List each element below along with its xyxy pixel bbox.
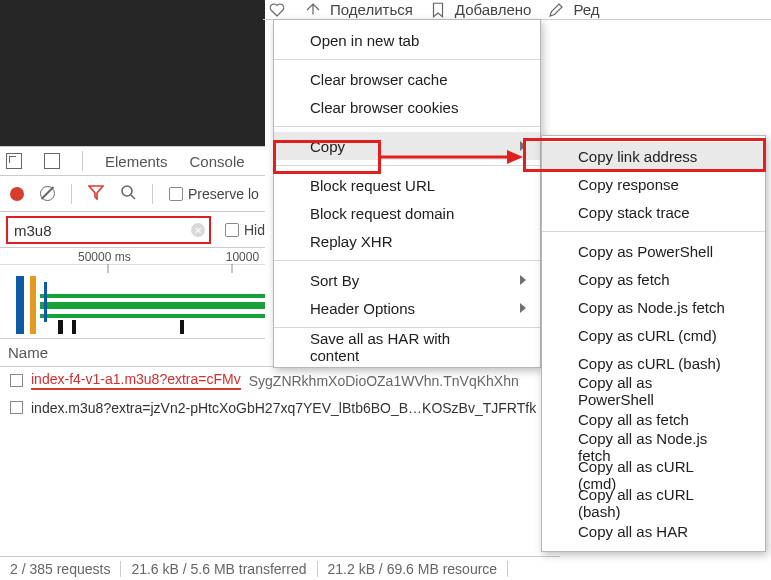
clear-icon[interactable] (40, 186, 55, 201)
devtools-tabbar: Elements Console (0, 146, 265, 176)
checkbox-icon (225, 223, 239, 237)
heart-button[interactable] (266, 1, 288, 19)
menu-copy-all-har[interactable]: Copy all as HAR (542, 517, 765, 545)
file-icon (10, 401, 23, 414)
menu-copy-as-powershell[interactable]: Copy as PowerShell (542, 237, 765, 265)
page-top-toolbar: Поделиться Добавлено Ред (263, 0, 771, 20)
separator (542, 231, 765, 232)
menu-copy-as-fetch[interactable]: Copy as fetch (542, 265, 765, 293)
svg-rect-9 (40, 314, 265, 318)
svg-rect-6 (30, 276, 36, 334)
pencil-icon (545, 1, 567, 19)
context-menu: Open in new tab Clear browser cache Clea… (273, 19, 541, 368)
filter-icon[interactable] (88, 184, 104, 203)
svg-point-0 (122, 186, 132, 196)
network-timeline[interactable]: 50000 ms 10000 (0, 247, 265, 339)
menu-copy-as-node[interactable]: Copy as Node.js fetch (542, 293, 765, 321)
file-icon (10, 374, 23, 387)
added-label: Добавлено (455, 1, 532, 18)
separator (274, 260, 540, 261)
request-row[interactable]: index-f4-v1-a1.m3u8?extra=cFMvSygZNRkhmX… (0, 367, 560, 394)
timeline-chart (0, 264, 265, 338)
separator (274, 126, 540, 127)
preserve-label: Preserve lo (188, 186, 259, 202)
menu-copy[interactable]: Copy (274, 132, 540, 160)
menu-copy-as-curl-cmd[interactable]: Copy as cURL (cmd) (542, 321, 765, 349)
menu-clear-cookies[interactable]: Clear browser cookies (274, 93, 540, 121)
request-list: index-f4-v1-a1.m3u8?extra=cFMvSygZNRkhmX… (0, 367, 560, 421)
device-toggle-icon[interactable] (44, 153, 60, 169)
edit-label: Ред (573, 1, 599, 18)
menu-copy-all-curl-cmd[interactable]: Copy all as cURL (cmd) (542, 461, 765, 489)
page-dark-area (0, 0, 265, 146)
inspect-icon[interactable] (6, 153, 22, 169)
tab-elements[interactable]: Elements (105, 153, 168, 170)
separator (274, 327, 540, 328)
separator (274, 59, 540, 60)
request-name: index-f4-v1-a1.m3u8?extra=cFMv (31, 371, 241, 390)
svg-rect-11 (58, 320, 63, 334)
menu-block-domain[interactable]: Block request domain (274, 199, 540, 227)
share-icon (302, 1, 324, 19)
record-icon[interactable] (10, 187, 24, 201)
share-label: Поделиться (330, 1, 413, 18)
tab-console[interactable]: Console (190, 153, 245, 170)
filter-row: ✕ Hid (0, 213, 265, 247)
menu-copy-response[interactable]: Copy response (542, 170, 765, 198)
menu-copy-all-node[interactable]: Copy all as Node.js fetch (542, 433, 765, 461)
network-toolbar: Preserve lo (0, 176, 265, 212)
menu-copy-link[interactable]: Copy link address (542, 142, 765, 170)
status-requests: 2 / 385 requests (0, 561, 121, 577)
status-bar: 2 / 385 requests 21.6 kB / 5.6 MB transf… (0, 556, 560, 580)
clear-filter-icon[interactable]: ✕ (191, 223, 205, 237)
menu-header-options[interactable]: Header Options (274, 294, 540, 322)
menu-copy-stack[interactable]: Copy stack trace (542, 198, 765, 226)
timeline-tick-2: 10000 (226, 250, 259, 264)
menu-sort-by[interactable]: Sort By (274, 266, 540, 294)
checkbox-icon (169, 187, 183, 201)
svg-rect-12 (72, 320, 76, 334)
svg-rect-8 (40, 302, 265, 309)
menu-copy-all-powershell[interactable]: Copy all as PowerShell (542, 377, 765, 405)
menu-replay-xhr[interactable]: Replay XHR (274, 227, 540, 255)
copy-submenu: Copy link address Copy response Copy sta… (541, 135, 766, 552)
preserve-log-checkbox[interactable]: Preserve lo (169, 186, 259, 202)
menu-copy-all-curl-bash[interactable]: Copy all as cURL (bash) (542, 489, 765, 517)
separator (71, 184, 72, 204)
hide-label: Hid (244, 222, 265, 238)
svg-rect-10 (44, 282, 47, 322)
svg-rect-7 (40, 294, 265, 298)
status-transferred: 21.6 kB / 5.6 MB transferred (121, 561, 317, 577)
bookmark-check-icon (427, 1, 449, 19)
menu-open-new-tab[interactable]: Open in new tab (274, 26, 540, 54)
separator (274, 165, 540, 166)
separator (152, 184, 153, 204)
filter-input-wrap: ✕ (6, 216, 211, 244)
svg-rect-5 (16, 276, 24, 334)
edit-button[interactable]: Ред (545, 1, 599, 19)
request-row[interactable]: index.m3u8?extra=jzVn2-pHtcXoGbH27xq7YEV… (0, 394, 560, 421)
menu-clear-cache[interactable]: Clear browser cache (274, 65, 540, 93)
status-resource: 21.2 kB / 69.6 MB resource (318, 561, 509, 577)
svg-rect-13 (180, 320, 184, 334)
added-button[interactable]: Добавлено (427, 1, 532, 19)
timeline-tick-1: 50000 ms (78, 250, 131, 264)
menu-save-har[interactable]: Save all as HAR with content (274, 333, 540, 361)
separator (82, 151, 83, 171)
filter-input[interactable] (8, 220, 209, 241)
hide-checkbox[interactable]: Hid (225, 222, 265, 238)
menu-copy-all-fetch[interactable]: Copy all as fetch (542, 405, 765, 433)
request-name: index.m3u8?extra=jzVn2-pHtcXoGbH27xq7YEV… (31, 400, 536, 416)
menu-block-url[interactable]: Block request URL (274, 171, 540, 199)
search-icon[interactable] (120, 184, 136, 203)
share-button[interactable]: Поделиться (302, 1, 413, 19)
svg-line-1 (131, 195, 135, 199)
request-tail: SygZNRkhmXoDioOZa1WVhn.TnVqKhXhn (249, 373, 519, 389)
heart-icon (266, 1, 288, 19)
menu-copy-as-curl-bash[interactable]: Copy as cURL (bash) (542, 349, 765, 377)
